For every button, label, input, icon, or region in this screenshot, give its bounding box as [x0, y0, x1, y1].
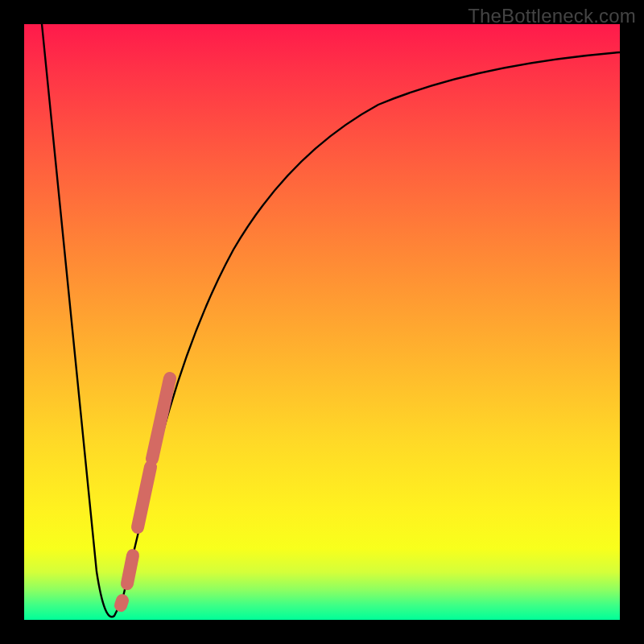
bottleneck-curve-svg	[24, 24, 620, 620]
marker-segment-b	[127, 555, 133, 584]
marker-group	[121, 378, 170, 605]
marker-segment-c	[138, 467, 151, 527]
marker-segment-d	[152, 378, 170, 459]
chart-frame: TheBottleneck.com	[0, 0, 644, 644]
watermark-text: TheBottleneck.com	[468, 5, 636, 27]
bottleneck-curve	[42, 24, 620, 617]
plot-area	[24, 24, 620, 620]
marker-point-a	[121, 601, 122, 605]
